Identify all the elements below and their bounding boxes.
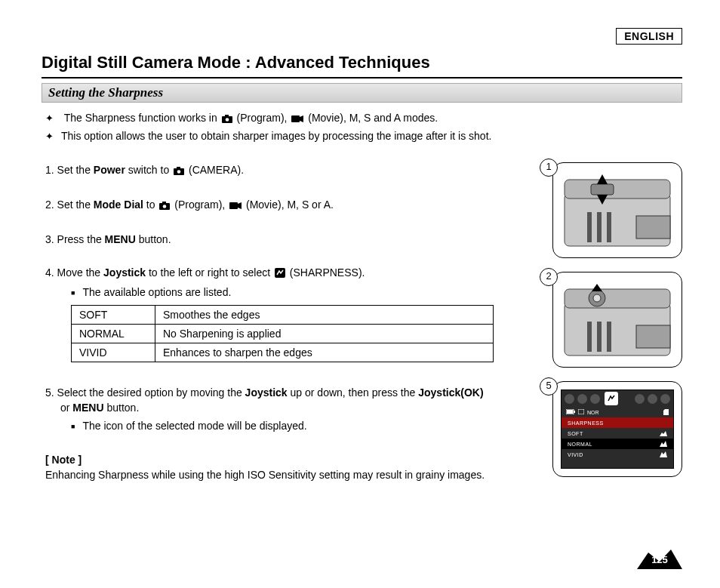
text: to the left or right to select	[146, 266, 273, 279]
svg-point-6	[177, 170, 181, 174]
text-bold: Mode Dial	[94, 199, 143, 211]
text-bold: MENU	[105, 233, 136, 245]
table-row: SOFTSmoothes the edges	[72, 306, 494, 325]
figure-1: 1	[552, 162, 682, 258]
option-name: VIVID	[72, 343, 155, 362]
tab-icon	[590, 394, 600, 404]
svg-point-22	[593, 294, 601, 302]
camera-icon	[174, 164, 184, 179]
text: 1. Set the	[45, 164, 94, 176]
tab-icon	[635, 394, 645, 404]
camera-illustration	[561, 280, 674, 359]
svg-rect-17	[607, 212, 611, 242]
text-bold: Power	[94, 164, 125, 176]
sharpness-icon	[275, 266, 285, 282]
text: 5. Select the desired option by moving t…	[45, 386, 245, 399]
figure-2: 2	[552, 272, 682, 368]
option-desc: Smoothes the edges	[155, 306, 494, 325]
svg-rect-20	[565, 289, 670, 308]
svg-rect-29	[574, 411, 575, 413]
svg-point-9	[163, 205, 167, 208]
text: button.	[104, 402, 140, 414]
note-heading: [ Note ]	[45, 452, 528, 467]
menu-item-label: NORMAL	[568, 442, 592, 447]
text: to	[143, 199, 158, 211]
text: 3. Press the	[45, 233, 105, 245]
note-body: Enhancing Sharpness while using the high…	[45, 467, 528, 482]
steps-block: 1. Set the Power switch to (CAMERA). 2. …	[45, 162, 528, 482]
svg-rect-23	[587, 322, 592, 352]
text: (Movie), M, S and A modes.	[308, 112, 438, 124]
sharpness-indicator: NOR	[587, 410, 599, 415]
svg-rect-10	[229, 202, 238, 209]
step-2: 2. Set the Mode Dial to (Program), (Movi…	[45, 197, 528, 214]
card-icon	[663, 409, 669, 416]
menu-item-label: SOFT	[568, 431, 583, 436]
step-4: 4. Move the Joystick to the left or righ…	[45, 265, 528, 362]
vivid-icon	[660, 451, 667, 458]
svg-rect-30	[567, 410, 573, 414]
svg-rect-5	[177, 167, 180, 169]
svg-rect-26	[636, 325, 670, 348]
text: switch to	[125, 164, 172, 176]
step-5: 5. Select the desired option by moving t…	[45, 385, 528, 434]
menu-item-soft: SOFT	[562, 428, 673, 439]
option-name: NORMAL	[72, 325, 155, 343]
text-bold: Joystick	[103, 266, 146, 279]
step-4-sub: The available options are listed.	[71, 285, 528, 300]
menu-item-vivid: VIVID	[562, 449, 673, 460]
text: button.	[136, 233, 171, 245]
normal-icon	[660, 441, 667, 448]
page-title: Digital Still Camera Mode : Advanced Tec…	[42, 53, 682, 79]
menu-item-normal: NORMAL	[562, 439, 673, 449]
options-table: SOFTSmoothes the edges NORMALNo Sharpeni…	[71, 305, 494, 362]
figure-number: 5	[540, 377, 558, 396]
text: The Sharpness function works in	[64, 112, 220, 124]
option-desc: Enhances to sharpen the edges	[155, 343, 494, 362]
text: (Program),	[171, 199, 228, 211]
svg-rect-24	[597, 322, 602, 352]
figure-number: 2	[540, 268, 558, 286]
tab-icon	[660, 394, 670, 404]
text-bold: Joystick	[245, 386, 288, 399]
svg-rect-27	[606, 393, 617, 404]
lcd-screen: NOR SHARPNESS SOFT NORMAL VIVID	[561, 389, 674, 469]
svg-rect-8	[162, 202, 166, 204]
text: (CAMERA).	[186, 164, 244, 176]
text: (Program),	[237, 112, 291, 124]
page-number-badge: 125	[637, 546, 682, 569]
intro-block: The Sharpness function works in (Program…	[45, 109, 682, 145]
step-1: 1. Set the Power switch to (CAMERA).	[45, 162, 528, 179]
svg-rect-18	[636, 216, 670, 239]
option-desc: No Sharpening is applied	[155, 325, 494, 343]
text-bold: Joystick(OK)	[418, 386, 483, 399]
page-number: 125	[637, 546, 682, 569]
figure-menu: 5 NOR SHARPNESS	[552, 381, 682, 477]
tab-icon	[565, 394, 574, 404]
svg-rect-25	[607, 322, 611, 352]
language-badge: ENGLISH	[616, 28, 682, 45]
menu-header: SHARPNESS	[562, 417, 673, 428]
text: 4. Move the	[45, 266, 103, 279]
svg-rect-13	[565, 180, 670, 199]
step-5-sub: The icon of the selected mode will be di…	[71, 418, 528, 434]
tab-row	[562, 390, 673, 407]
text: (SHARPNESS).	[287, 266, 365, 279]
intro-line-1: The Sharpness function works in (Program…	[45, 109, 682, 128]
table-row: VIVIDEnhances to sharpen the edges	[72, 343, 494, 362]
svg-rect-16	[597, 212, 602, 242]
text-bold: MENU	[72, 402, 103, 414]
text: (Movie), M, S or A.	[243, 199, 334, 211]
tab-icon	[648, 394, 657, 404]
text: up or down, then press the	[288, 386, 419, 399]
svg-rect-14	[591, 184, 614, 195]
menu-item-label: VIVID	[568, 452, 583, 457]
section-heading: Setting the Sharpness	[42, 83, 682, 103]
card-icon	[578, 409, 584, 415]
text: 2. Set the	[45, 199, 94, 211]
svg-rect-31	[578, 409, 584, 414]
camera-icon	[222, 111, 232, 128]
intro-line-2: This option allows the user to obtain sh…	[45, 128, 682, 145]
tab-selected-icon	[605, 392, 618, 405]
figure-number: 1	[540, 159, 558, 177]
